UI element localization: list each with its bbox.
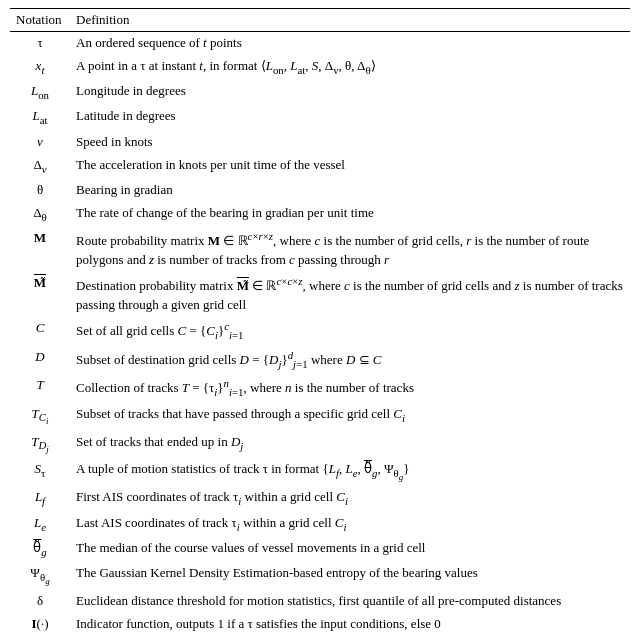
notation-cell: δ bbox=[10, 590, 70, 613]
table-row: LonLongitude in degrees bbox=[10, 80, 630, 105]
table-body: τAn ordered sequence of t pointsxtA poin… bbox=[10, 32, 630, 643]
col-header-notation: Notation bbox=[10, 9, 70, 32]
table-row: I(·)Indicator function, outputs 1 if a τ… bbox=[10, 613, 630, 636]
table-row: ΔθThe rate of change of the bearing in g… bbox=[10, 202, 630, 227]
table-row: TCiSubset of tracks that have passed thr… bbox=[10, 403, 630, 431]
notation-cell: Δv bbox=[10, 154, 70, 179]
notation-cell: τ bbox=[10, 32, 70, 55]
notation-cell: xt bbox=[10, 55, 70, 80]
notation-cell: Lon bbox=[10, 80, 70, 105]
notation-cell: Lf bbox=[10, 486, 70, 511]
definition-cell: Last AIS coordinates of track τi within … bbox=[70, 512, 630, 537]
notation-cell: C bbox=[10, 317, 70, 346]
table-row: LfFirst AIS coordinates of track τi with… bbox=[10, 486, 630, 511]
table-row: EEuclidean distance function, as defined… bbox=[10, 636, 630, 642]
table-row: TCollection of tracks T = {τi}ni=1, wher… bbox=[10, 374, 630, 403]
definition-cell: Indicator function, outputs 1 if a τ sat… bbox=[70, 613, 630, 636]
definition-cell: Destination probability matrix M̃ ∈ ℝc×c… bbox=[70, 272, 630, 317]
table-row: δEuclidean distance threshold for motion… bbox=[10, 590, 630, 613]
notation-table: Notation Definition τAn ordered sequence… bbox=[10, 8, 630, 642]
notation-cell: Le bbox=[10, 512, 70, 537]
notation-cell: Δθ bbox=[10, 202, 70, 227]
table-row: ΨθgThe Gaussian Kernel Density Estimatio… bbox=[10, 562, 630, 590]
table-header: Notation Definition bbox=[10, 9, 630, 32]
table-row: M̃Destination probability matrix M̃ ∈ ℝc… bbox=[10, 272, 630, 317]
definition-cell: Speed in knots bbox=[70, 131, 630, 154]
definition-cell: Set of tracks that ended up in Dj bbox=[70, 431, 630, 459]
definition-cell: Euclidean distance function, as defined … bbox=[70, 636, 630, 642]
definition-cell: Set of all grid cells C = {Ci}ci=1 bbox=[70, 317, 630, 346]
table-row: LeLast AIS coordinates of track τi withi… bbox=[10, 512, 630, 537]
definition-cell: The Gaussian Kernel Density Estimation-b… bbox=[70, 562, 630, 590]
definition-cell: An ordered sequence of t points bbox=[70, 32, 630, 55]
notation-cell: M̃ bbox=[10, 272, 70, 317]
definition-cell: Subset of tracks that have passed throug… bbox=[70, 403, 630, 431]
notation-cell: TDj bbox=[10, 431, 70, 459]
col-header-definition: Definition bbox=[70, 9, 630, 32]
table-row: CSet of all grid cells C = {Ci}ci=1 bbox=[10, 317, 630, 346]
definition-cell: The median of the course values of vesse… bbox=[70, 537, 630, 562]
notation-cell: D bbox=[10, 346, 70, 375]
notation-cell: T bbox=[10, 374, 70, 403]
table-row: SτA tuple of motion statistics of track … bbox=[10, 458, 630, 486]
table-row: θBearing in gradian bbox=[10, 179, 630, 202]
definition-cell: A tuple of motion statistics of track τ … bbox=[70, 458, 630, 486]
notation-cell: θ̃g bbox=[10, 537, 70, 562]
definition-cell: First AIS coordinates of track τi within… bbox=[70, 486, 630, 511]
notation-cell: Lat bbox=[10, 105, 70, 130]
definition-cell: The acceleration in knots per unit time … bbox=[70, 154, 630, 179]
table-row: TDjSet of tracks that ended up in Dj bbox=[10, 431, 630, 459]
table-row: ΔvThe acceleration in knots per unit tim… bbox=[10, 154, 630, 179]
notation-cell: Sτ bbox=[10, 458, 70, 486]
definition-cell: Euclidean distance threshold for motion … bbox=[70, 590, 630, 613]
definition-cell: Bearing in gradian bbox=[70, 179, 630, 202]
definition-cell: The rate of change of the bearing in gra… bbox=[70, 202, 630, 227]
definition-cell: Collection of tracks T = {τi}ni=1, where… bbox=[70, 374, 630, 403]
definition-cell: Subset of destination grid cells D = {Dj… bbox=[70, 346, 630, 375]
notation-cell: M bbox=[10, 227, 70, 272]
notation-cell: Ψθg bbox=[10, 562, 70, 590]
definition-cell: Route probability matrix M ∈ ℝc×r×z, whe… bbox=[70, 227, 630, 272]
table-row: vSpeed in knots bbox=[10, 131, 630, 154]
table-row: LatLatitude in degrees bbox=[10, 105, 630, 130]
notation-cell: I(·) bbox=[10, 613, 70, 636]
definition-cell: Latitude in degrees bbox=[70, 105, 630, 130]
table-row: DSubset of destination grid cells D = {D… bbox=[10, 346, 630, 375]
table-row: MRoute probability matrix M ∈ ℝc×r×z, wh… bbox=[10, 227, 630, 272]
notation-cell: E bbox=[10, 636, 70, 642]
definition-cell: Longitude in degrees bbox=[70, 80, 630, 105]
notation-table-container: Notation Definition τAn ordered sequence… bbox=[0, 0, 640, 642]
notation-cell: v bbox=[10, 131, 70, 154]
table-row: τAn ordered sequence of t points bbox=[10, 32, 630, 55]
table-row: θ̃gThe median of the course values of ve… bbox=[10, 537, 630, 562]
notation-cell: θ bbox=[10, 179, 70, 202]
notation-cell: TCi bbox=[10, 403, 70, 431]
definition-cell: A point in a τ at instant t, in format ⟨… bbox=[70, 55, 630, 80]
table-row: xtA point in a τ at instant t, in format… bbox=[10, 55, 630, 80]
